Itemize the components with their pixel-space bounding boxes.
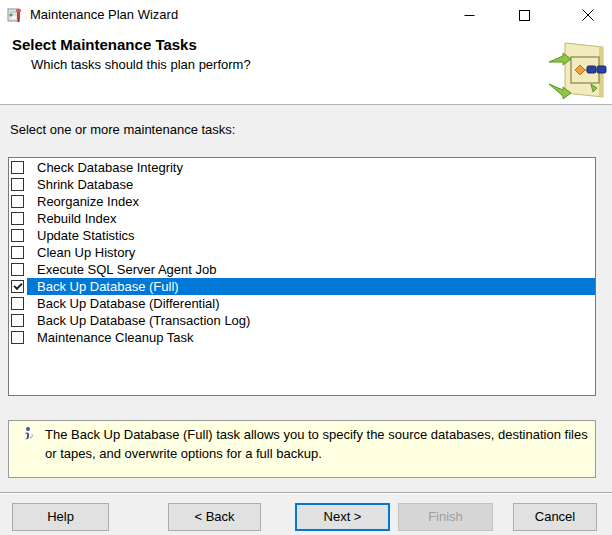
wizard-header: Select Maintenance Tasks Which tasks sho… — [0, 30, 612, 105]
bottom-separator — [0, 492, 612, 494]
task-label: Clean Up History — [27, 244, 595, 261]
maximize-icon[interactable] — [502, 0, 547, 30]
task-row[interactable]: Back Up Database (Full) — [9, 278, 595, 295]
page-subtitle: Which tasks should this plan perform? — [31, 57, 251, 72]
close-icon[interactable] — [565, 0, 610, 30]
next-button[interactable]: Next > — [295, 503, 390, 531]
task-checkbox[interactable] — [11, 263, 24, 276]
back-button[interactable]: < Back — [168, 503, 261, 531]
task-checkbox[interactable] — [11, 178, 24, 191]
task-row[interactable]: Reorganize Index — [9, 193, 595, 210]
task-checkbox[interactable] — [11, 331, 24, 344]
task-label: Execute SQL Server Agent Job — [27, 261, 595, 278]
task-checkbox[interactable] — [11, 314, 24, 327]
task-row[interactable]: Shrink Database — [9, 176, 595, 193]
task-label: Update Statistics — [27, 227, 595, 244]
task-checkbox[interactable] — [11, 161, 24, 174]
task-row[interactable]: Execute SQL Server Agent Job — [9, 261, 595, 278]
app-icon — [7, 7, 23, 23]
help-button[interactable]: Help — [12, 503, 109, 531]
maintenance-plan-icon — [547, 40, 609, 100]
task-label: Rebuild Index — [27, 210, 595, 227]
task-row[interactable]: Rebuild Index — [9, 210, 595, 227]
task-row[interactable]: Back Up Database (Transaction Log) — [9, 312, 595, 329]
task-label: Back Up Database (Transaction Log) — [27, 312, 595, 329]
task-checkbox[interactable] — [11, 229, 24, 242]
task-row[interactable]: Clean Up History — [9, 244, 595, 261]
task-checkbox[interactable] — [11, 195, 24, 208]
task-list[interactable]: Check Database IntegrityShrink DatabaseR… — [8, 157, 596, 396]
task-label: Shrink Database — [27, 176, 595, 193]
task-checkbox[interactable] — [11, 280, 24, 293]
task-checkbox[interactable] — [11, 212, 24, 225]
task-row[interactable]: Update Statistics — [9, 227, 595, 244]
task-checkbox[interactable] — [11, 246, 24, 259]
minimize-icon[interactable] — [447, 0, 492, 30]
info-text: The Back Up Database (Full) task allows … — [45, 425, 593, 463]
task-row[interactable]: Check Database Integrity — [9, 159, 595, 176]
task-label: Back Up Database (Differential) — [27, 295, 595, 312]
window-title: Maintenance Plan Wizard — [30, 0, 178, 30]
info-box: The Back Up Database (Full) task allows … — [8, 420, 596, 478]
finish-button: Finish — [398, 503, 493, 531]
task-label: Back Up Database (Full) — [27, 278, 595, 295]
maintenance-plan-wizard-window: Maintenance Plan Wizard Select Maintenan… — [0, 0, 612, 535]
task-row[interactable]: Back Up Database (Differential) — [9, 295, 595, 312]
info-icon — [20, 426, 35, 441]
task-label: Maintenance Cleanup Task — [27, 329, 595, 346]
task-label: Check Database Integrity — [27, 159, 595, 176]
page-title: Select Maintenance Tasks — [12, 36, 197, 53]
task-checkbox[interactable] — [11, 297, 24, 310]
task-row[interactable]: Maintenance Cleanup Task — [9, 329, 595, 346]
tasks-label: Select one or more maintenance tasks: — [10, 122, 235, 137]
titlebar: Maintenance Plan Wizard — [0, 0, 612, 30]
cancel-button[interactable]: Cancel — [513, 503, 597, 531]
task-label: Reorganize Index — [27, 193, 595, 210]
